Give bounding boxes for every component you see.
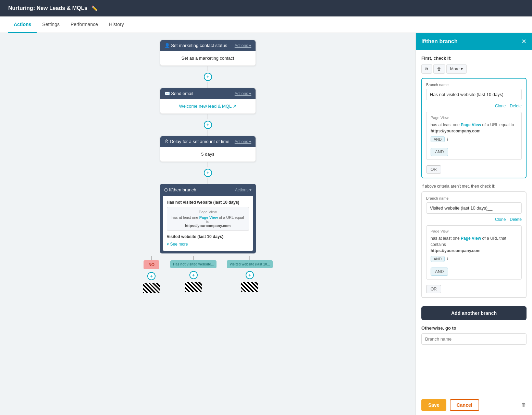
- branch2-and-tag[interactable]: AND: [431, 256, 445, 262]
- mini-card-text: has at least one Page View of a URL equa…: [171, 215, 245, 228]
- delay-actions[interactable]: Actions ▾: [235, 139, 251, 144]
- branch2-card-label: Branch name: [426, 196, 522, 200]
- otherwise-input[interactable]: [421, 333, 527, 345]
- send-email-icon: ✉️ Send email: [164, 91, 194, 96]
- branch1-and-btn[interactable]: AND: [431, 148, 448, 156]
- branch-label-no: NO: [144, 260, 159, 269]
- branch-output-visited: Visited website (last 10... +: [227, 256, 273, 292]
- branch1-name-input[interactable]: [426, 89, 522, 100]
- add-another-branch-btn[interactable]: Add another branch: [421, 306, 527, 320]
- panel-title: If/then branch: [421, 38, 458, 45]
- branch-line-visited: [249, 256, 250, 260]
- branch1-delete-link[interactable]: Delete: [510, 104, 522, 108]
- branch2-or-btn[interactable]: OR: [426, 285, 441, 293]
- connector-2b: [208, 130, 208, 136]
- send-email-header: ✉️ Send email Actions ▾: [160, 88, 256, 99]
- branch2-and-btn[interactable]: AND: [431, 268, 448, 276]
- add-btn-2[interactable]: +: [204, 121, 212, 129]
- branch-label-visited: Visited website (last 10...: [227, 260, 273, 268]
- connector-3: [208, 162, 208, 167]
- branch-output-has-not: Has not visited website... +: [170, 256, 216, 292]
- see-more[interactable]: ▾ See more: [167, 242, 249, 247]
- workflow: 👤 Set marketing contact status Actions ▾…: [7, 40, 409, 293]
- delay-node: ⏱ Delay for a set amount of time Actions…: [160, 136, 256, 162]
- branch-line-has-not: [193, 256, 194, 260]
- add-btn-1[interactable]: +: [204, 73, 212, 81]
- branch1-or-btn[interactable]: OR: [426, 165, 441, 174]
- set-marketing-node: 👤 Set marketing contact status Actions ▾…: [160, 40, 256, 66]
- branch1-filter-card: Page View has at least one Page View of …: [426, 112, 522, 160]
- first-check-label: First, check if:: [421, 56, 527, 61]
- tab-settings[interactable]: Settings: [37, 17, 65, 33]
- save-button[interactable]: Save: [421, 399, 446, 411]
- toolbar-row: ⧉ 🗑 More ▾: [421, 64, 527, 74]
- branch1-filter-tags: AND ℹ: [431, 136, 517, 142]
- send-email-actions[interactable]: Actions ▾: [235, 91, 251, 96]
- canvas: 👤 Set marketing contact status Actions ▾…: [0, 33, 416, 415]
- if-then-header: ⬡ If/then branch Actions ▾: [160, 184, 256, 196]
- branch1-card-label: Branch name: [426, 83, 522, 87]
- branch1-clone-delete: Clone Delete: [426, 104, 522, 108]
- set-marketing-icon: 👤 Set marketing contact status: [164, 43, 227, 48]
- branch2-name-input[interactable]: [426, 202, 522, 214]
- tab-actions[interactable]: Actions: [8, 17, 37, 33]
- more-toolbar-btn[interactable]: More ▾: [446, 64, 467, 74]
- top-bar: Nurturing: New Leads & MQLs ✏️: [0, 0, 532, 16]
- branch2-clone-delete: Clone Delete: [426, 217, 522, 222]
- workflow-title: Nurturing: New Leads & MQLs: [8, 5, 87, 11]
- send-email-node: ✉️ Send email Actions ▾ Welcome new lead…: [160, 88, 256, 114]
- copy-toolbar-btn[interactable]: ⧉: [421, 64, 432, 74]
- branch2-filter-card: Page View has at least one Page View of …: [426, 225, 522, 280]
- branch-label-has-not: Has not visited website...: [170, 260, 216, 268]
- connector-2: [208, 114, 208, 119]
- branch1-and-tag[interactable]: AND: [431, 136, 445, 142]
- email-link[interactable]: Welcome new lead & MQL ↗: [179, 104, 237, 109]
- add-btn-3[interactable]: +: [204, 169, 212, 177]
- set-marketing-actions[interactable]: Actions ▾: [235, 43, 251, 48]
- if-then-actions[interactable]: Actions ▾: [235, 188, 252, 192]
- set-marketing-body: Set as a marketing contact: [160, 51, 256, 66]
- criteria-label: If above criteria aren't met, then check…: [421, 184, 527, 189]
- branch2-filter-link: Page View: [461, 236, 481, 241]
- tab-history[interactable]: History: [103, 17, 129, 33]
- branch-add-visited[interactable]: +: [246, 271, 254, 279]
- branch2-delete-link[interactable]: Delete: [510, 217, 522, 222]
- branch-add-has-not[interactable]: +: [189, 271, 198, 279]
- if-then-icon: ⬡ If/then branch: [164, 187, 196, 192]
- footer-actions: Save Cancel: [421, 399, 479, 411]
- footer-trash-icon[interactable]: 🗑: [521, 402, 527, 408]
- branch2-clone-link[interactable]: Clone: [495, 217, 506, 222]
- panel-footer: Save Cancel 🗑: [416, 395, 532, 415]
- branch-outputs: NO + Has not visited website... + Visite…: [143, 256, 273, 293]
- branch1-filter-title: Page View: [431, 116, 517, 120]
- edit-title-icon[interactable]: ✏️: [91, 5, 97, 11]
- delay-header: ⏱ Delay for a set amount of time Actions…: [160, 136, 256, 147]
- mini-page-view-label: Page View: [171, 210, 245, 214]
- branch2-info-icon[interactable]: ℹ: [447, 257, 448, 261]
- if-then-body: Has not visited website (last 10 days) P…: [163, 196, 253, 251]
- branch-output-no: NO +: [143, 256, 160, 293]
- branch2-title: Visited website (last 10 days): [167, 234, 249, 239]
- branch1-clone-link[interactable]: Clone: [495, 104, 506, 108]
- branch2-filter-tags: AND ℹ: [431, 256, 517, 262]
- if-then-node: ⬡ If/then branch Actions ▾ Has not visit…: [160, 184, 256, 253]
- send-email-body: Welcome new lead & MQL ↗: [160, 99, 256, 114]
- branch2-card: Branch name Clone Delete Page View has a…: [421, 191, 527, 298]
- branch2-filter-title: Page View: [431, 229, 517, 233]
- connector-3b: [208, 178, 208, 184]
- branch-end-has-not: [185, 282, 202, 292]
- delete-toolbar-btn[interactable]: 🗑: [433, 64, 445, 74]
- cancel-button[interactable]: Cancel: [450, 399, 479, 411]
- branch1-info-icon[interactable]: ℹ: [447, 137, 448, 142]
- mini-page-view-link: Page View: [199, 215, 218, 220]
- otherwise-label: Otherwise, go to: [421, 325, 527, 331]
- branch-end-visited: [241, 282, 258, 292]
- set-marketing-header: 👤 Set marketing contact status Actions ▾: [160, 40, 256, 51]
- branch1-filter-link: Page View: [461, 122, 481, 127]
- branch-mini-card: Page View has at least one Page View of …: [167, 207, 249, 231]
- panel-close-icon[interactable]: ✕: [521, 38, 527, 45]
- branch1-title: Has not visited website (last 10 days): [167, 200, 249, 205]
- branch-add-no[interactable]: +: [147, 272, 156, 280]
- branch-line-no: [151, 256, 152, 260]
- tab-performance[interactable]: Performance: [65, 17, 103, 33]
